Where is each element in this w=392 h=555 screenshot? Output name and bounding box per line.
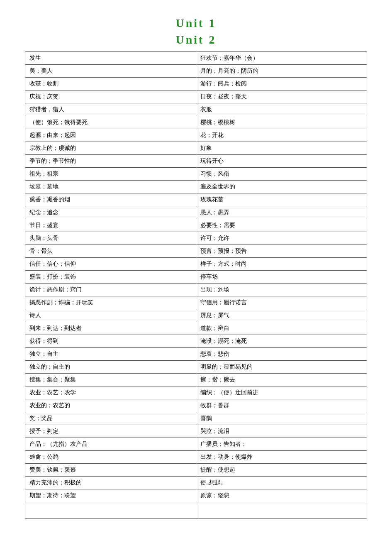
table-row: 祖先；祖宗习惯；风俗 <box>25 168 367 181</box>
vocab-item-right: 屏息；屏气 <box>196 309 367 322</box>
vocab-item-left: 起源；由来；起因 <box>25 129 196 142</box>
vocab-item-right: 编织；（使）迂回前进 <box>196 386 367 399</box>
vocab-item-right: 游行；阅兵；检阅 <box>196 78 367 90</box>
table-row: 农业的；农艺的牧群；兽群 <box>25 399 367 412</box>
vocab-item-left: 头脑；头骨 <box>25 232 196 245</box>
vocab-item-right: 原谅；饶恕 <box>196 489 367 502</box>
vocab-item-right: 玩得开心 <box>196 155 367 168</box>
table-row: 到来；到达；到达者道款；辩白 <box>25 322 367 335</box>
vocab-item-left: 骨；骨头 <box>25 245 196 258</box>
table-row: 搞恶作剧；诈骗；开玩笑守信用；履行诺言 <box>25 296 367 309</box>
table-row: 信任；信心；信仰样子；方式；时尚 <box>25 258 367 271</box>
vocab-item-left: 产品；（尤指）农产品 <box>25 438 196 451</box>
vocab-item-left: 节日；盛宴 <box>25 219 196 232</box>
vocab-item-right: 衣服 <box>196 103 367 116</box>
table-row: 获得；得到淹没；溺死；淹死 <box>25 335 367 348</box>
vocab-item-right: 遍及全世界的 <box>196 181 367 193</box>
vocab-table: 发生狂欢节；嘉年华（会）美；美人月的；月亮的；阴历的收获；收割游行；阅兵；检阅庆… <box>25 51 367 519</box>
vocab-item-left: 信任；信心；信仰 <box>25 258 196 271</box>
vocab-item-left: 雄禽；公鸡 <box>25 451 196 464</box>
vocab-item-left: 收获；收割 <box>25 78 196 90</box>
vocab-item-right: 哭泣；流泪 <box>196 425 367 438</box>
vocab-item-right: 淹没；溺死；淹死 <box>196 335 367 348</box>
table-row: 雄禽；公鸡出发；动身；使爆炸 <box>25 451 367 464</box>
vocab-item-right: 日夜；昼夜；整天 <box>196 90 367 103</box>
vocab-item-right: 使..想起.. <box>196 477 367 489</box>
vocab-item-right: 出发；动身；使爆炸 <box>196 451 367 464</box>
vocab-item-right: 花；开花 <box>196 129 367 142</box>
vocab-item-right: 牧群；兽群 <box>196 399 367 412</box>
vocab-item-right: 狂欢节；嘉年华（会） <box>196 52 367 65</box>
vocab-item-right: 道款；辩白 <box>196 322 367 335</box>
vocab-item-left: 独立的；自主的 <box>25 361 196 374</box>
table-row: 宗教上的；虔诚的好象 <box>25 142 367 155</box>
table-row: 发生狂欢节；嘉年华（会） <box>25 52 367 65</box>
table-row: 精力充沛的；积极的使..想起.. <box>25 477 367 489</box>
table-row: 诗人屏息；屏气 <box>25 309 367 322</box>
vocab-item-left: 诡计；恶作剧；窍门 <box>25 284 196 296</box>
table-row: 季节的；季节性的玩得开心 <box>25 155 367 168</box>
vocab-item-left: 熏香；熏香的烟 <box>25 193 196 206</box>
vocab-item-right: 明显的；显而易见的 <box>196 361 367 374</box>
vocab-item-right: 好象 <box>196 142 367 155</box>
vocab-item-right: 愚人；愚弄 <box>196 206 367 219</box>
vocab-item-right: 守信用；履行诺言 <box>196 296 367 309</box>
vocab-item-right: 停车场 <box>196 271 367 284</box>
table-row: 授予；判定哭泣；流泪 <box>25 425 367 438</box>
vocab-item-right: 预言；预报；预告 <box>196 245 367 258</box>
vocab-item-left: 宗教上的；虔诚的 <box>25 142 196 155</box>
vocab-item-right: 喜鹊 <box>196 412 367 425</box>
vocab-item-right: 习惯；风俗 <box>196 168 367 181</box>
table-row: 农业；农艺；农学编织；（使）迂回前进 <box>25 386 367 399</box>
page-title-unit1: Unit 1 <box>25 17 367 30</box>
vocab-item-left: 季节的；季节性的 <box>25 155 196 168</box>
table-row: 坟墓；墓地遍及全世界的 <box>25 181 367 193</box>
vocab-item-left: 获得；得到 <box>25 335 196 348</box>
table-row: 搜集；集合；聚集擦；揩；擦去 <box>25 374 367 386</box>
vocab-item-left: 奖；奖品 <box>25 412 196 425</box>
empty-row <box>25 502 367 519</box>
vocab-item-left: 坟墓；墓地 <box>25 181 196 193</box>
vocab-item-left: 狩猎者，猎人 <box>25 103 196 116</box>
vocab-item-right: 擦；揩；擦去 <box>196 374 367 386</box>
table-row: 美；美人月的；月亮的；阴历的 <box>25 65 367 78</box>
vocab-item-left: 诗人 <box>25 309 196 322</box>
vocab-item-left: 独立；自主 <box>25 348 196 361</box>
vocab-item-right: 样子；方式；时尚 <box>196 258 367 271</box>
table-row: 独立的；自主的明显的；显而易见的 <box>25 361 367 374</box>
vocab-item-left: 搞恶作剧；诈骗；开玩笑 <box>25 296 196 309</box>
vocab-item-right: 许可；允许 <box>196 232 367 245</box>
vocab-item-right: 月的；月亮的；阴历的 <box>196 65 367 78</box>
vocab-item-left: 到来；到达；到达者 <box>25 322 196 335</box>
table-row: 诡计；恶作剧；窍门出现；到场 <box>25 284 367 296</box>
table-row: 头脑；头骨许可；允许 <box>25 232 367 245</box>
vocab-item-right: 玫瑰花蕾 <box>196 193 367 206</box>
table-row: 节日；盛宴必要性；需要 <box>25 219 367 232</box>
vocab-item-left: （使）饿死；饿得要死 <box>25 116 196 129</box>
table-row: 奖；奖品喜鹊 <box>25 412 367 425</box>
vocab-item-left: 纪念；追念 <box>25 206 196 219</box>
table-row: 纪念；追念愚人；愚弄 <box>25 206 367 219</box>
vocab-item-left: 发生 <box>25 52 196 65</box>
vocab-item-right: 广播员；告知者； <box>196 438 367 451</box>
vocab-item-left: 赞美；钦佩；羡慕 <box>25 464 196 477</box>
vocab-item-left: 祖先；祖宗 <box>25 168 196 181</box>
vocab-item-right: 樱桃；樱桃树 <box>196 116 367 129</box>
vocab-item-left: 期望；期待；盼望 <box>25 489 196 502</box>
table-row: 赞美；钦佩；羡慕提醒；使想起 <box>25 464 367 477</box>
vocab-item-right: 出现；到场 <box>196 284 367 296</box>
vocab-item-left: 农业的；农艺的 <box>25 399 196 412</box>
table-row: 收获；收割游行；阅兵；检阅 <box>25 78 367 90</box>
vocab-item-left: 精力充沛的；积极的 <box>25 477 196 489</box>
table-row: 熏香；熏香的烟玫瑰花蕾 <box>25 193 367 206</box>
vocab-item-left: 授予；判定 <box>25 425 196 438</box>
table-row: （使）饿死；饿得要死樱桃；樱桃树 <box>25 116 367 129</box>
vocab-item-left: 盛装；打扮；装饰 <box>25 271 196 284</box>
table-row: 盛装；打扮；装饰停车场 <box>25 271 367 284</box>
vocab-item-left: 农业；农艺；农学 <box>25 386 196 399</box>
table-row: 期望；期待；盼望原谅；饶恕 <box>25 489 367 502</box>
vocab-item-right: 必要性；需要 <box>196 219 367 232</box>
page-title-unit2: Unit 2 <box>25 33 367 46</box>
vocab-item-left: 搜集；集合；聚集 <box>25 374 196 386</box>
vocab-item-left: 庆祝；庆贺 <box>25 90 196 103</box>
